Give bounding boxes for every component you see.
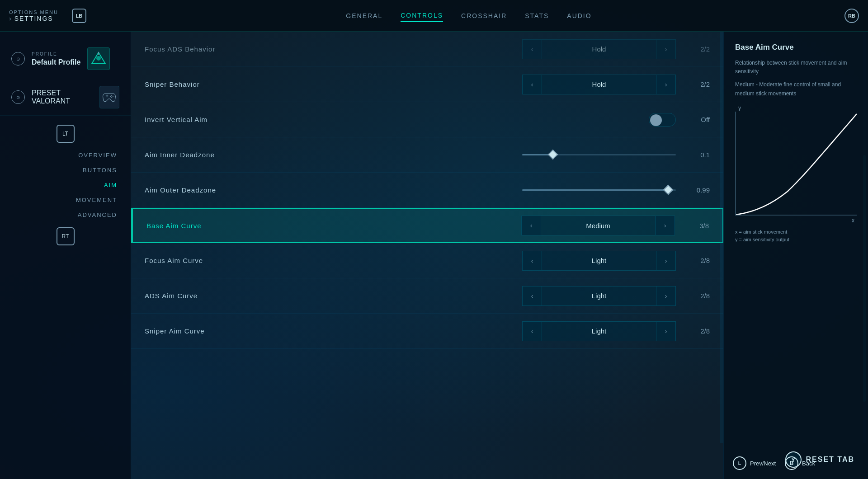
back-label: Back	[802, 460, 815, 467]
tab-stats[interactable]: STATS	[525, 10, 549, 22]
toggle-invert-vertical[interactable]	[649, 113, 676, 127]
valorant-agent-icon	[91, 51, 107, 67]
count-base-aim-curve: 3/8	[682, 222, 709, 230]
curve-svg	[736, 112, 857, 215]
profile-avatar	[87, 47, 110, 70]
sidebar-item-overview[interactable]: OVERVIEW	[78, 150, 117, 161]
arrow-left-base-aim-curve[interactable]: ‹	[521, 216, 541, 235]
arrow-left-sniper-behavior[interactable]: ‹	[522, 75, 542, 94]
chart-label-x: x	[852, 217, 854, 224]
svg-point-7	[110, 96, 111, 97]
settings-list: Focus ADS Behavior ‹ Hold › 2/2 Sniper B…	[131, 32, 723, 349]
bottom-controls-right: L Prev/Next B Back	[733, 456, 815, 470]
tab-general[interactable]: GENERAL	[346, 10, 382, 22]
sidebar: ⊙ PROFILE Default Profile ⊙ PRESET VALOR…	[0, 32, 131, 479]
arrow-right-base-aim-curve[interactable]: ›	[655, 216, 675, 235]
value-focus-ads: Hold	[542, 39, 656, 59]
arrow-left-focus-ads[interactable]: ‹	[522, 39, 542, 59]
arrow-left-focus-aim-curve[interactable]: ‹	[522, 251, 542, 271]
value-ads-aim-curve: Light	[542, 286, 656, 306]
control-group-ads-aim-curve: ‹ Light ›	[522, 286, 676, 306]
value-focus-aim-curve: Light	[542, 251, 656, 271]
profile-name: Default Profile	[32, 58, 80, 66]
setting-label-ads-aim-curve: ADS Aim Curve	[145, 292, 522, 300]
svg-rect-4	[107, 94, 107, 97]
arrow-right-focus-ads[interactable]: ›	[656, 39, 676, 59]
aim-curve-chart: y x	[735, 112, 857, 216]
lb-button[interactable]: LB	[72, 9, 86, 23]
count-ads-aim-curve: 2/8	[683, 292, 710, 300]
prev-next-label: Prev/Next	[750, 460, 776, 467]
back-button[interactable]: B Back	[785, 456, 815, 470]
preset-name: VALORANT	[32, 97, 70, 105]
settings-text: SETTINGS	[9, 15, 58, 22]
preset-section: ⊙ PRESET VALORANT	[0, 79, 131, 116]
arrow-left-ads-aim-curve[interactable]: ‹	[522, 286, 542, 306]
sidebar-item-buttons[interactable]: BUTTONS	[83, 164, 117, 176]
setting-row-focus-aim-curve: Focus Aim Curve ‹ Light › 2/8	[131, 243, 723, 278]
value-sniper-behavior: Hold	[542, 75, 656, 94]
info-description-1: Relationship between stick movement and …	[735, 59, 857, 76]
toggle-knob-invert-vertical	[650, 114, 662, 126]
slider-aim-inner[interactable]	[522, 150, 676, 160]
count-sniper-behavior: 2/2	[683, 80, 710, 88]
axis-label-y: y = aim sensitivity output	[735, 237, 857, 242]
b-button-icon: B	[785, 456, 798, 470]
setting-label-focus-ads: Focus ADS Behavior	[145, 45, 522, 53]
chart-axis-labels: x = aim stick movement y = aim sensitivi…	[735, 229, 857, 242]
right-panel: Base Aim Curve Relationship between stic…	[723, 32, 868, 479]
prev-next-button[interactable]: L Prev/Next	[733, 456, 776, 470]
control-group-base-aim-curve: ‹ Medium ›	[521, 216, 675, 235]
info-description-2: Medium - Moderate fine control of small …	[735, 80, 857, 98]
lt-button[interactable]: LT	[57, 125, 75, 143]
top-navigation: OPTIONS MENU SETTINGS LB GENERAL CONTROL…	[0, 0, 868, 32]
rb-button[interactable]: RB	[844, 9, 859, 23]
arrow-right-ads-aim-curve[interactable]: ›	[656, 286, 676, 306]
slider-thumb-aim-inner[interactable]	[548, 150, 558, 160]
rt-button[interactable]: RT	[57, 227, 75, 245]
setting-row-aim-outer-deadzone: Aim Outer Deadzone 0.99	[131, 173, 723, 208]
control-group-sniper-behavior: ‹ Hold ›	[522, 75, 676, 94]
setting-row-focus-ads-behavior: Focus ADS Behavior ‹ Hold › 2/2	[131, 32, 723, 67]
count-focus-aim-curve: 2/8	[683, 257, 710, 264]
sidebar-item-movement[interactable]: MOVEMENT	[76, 194, 117, 206]
count-sniper-aim-curve: 2/8	[683, 327, 710, 335]
chart-label-y: y	[738, 105, 741, 111]
sidebar-nav: OVERVIEW BUTTONS AIM MOVEMENT ADVANCED	[0, 150, 131, 221]
arrow-right-sniper-aim-curve[interactable]: ›	[656, 321, 676, 341]
profile-logo-icon: ⊙	[11, 52, 25, 66]
control-group-focus-ads: ‹ Hold ›	[522, 39, 676, 59]
tab-controls[interactable]: CONTROLS	[401, 9, 443, 22]
preset-controller-icon	[99, 86, 119, 108]
tab-audio[interactable]: AUDIO	[567, 10, 591, 22]
setting-label-focus-aim-curve: Focus Aim Curve	[145, 257, 522, 264]
sidebar-item-advanced[interactable]: ADVANCED	[78, 209, 117, 221]
slider-aim-outer[interactable]	[522, 186, 676, 195]
svg-point-1	[96, 56, 101, 61]
setting-label-aim-inner: Aim Inner Deadzone	[145, 151, 522, 159]
divider-line	[720, 32, 723, 443]
arrow-right-sniper-behavior[interactable]: ›	[656, 75, 676, 94]
sidebar-item-aim[interactable]: AIM	[104, 179, 117, 191]
info-title: Base Aim Curve	[735, 43, 857, 52]
nav-tabs: GENERAL CONTROLS CROSSHAIR STATS AUDIO	[93, 9, 844, 22]
tab-crosshair[interactable]: CROSSHAIR	[461, 10, 507, 22]
arrow-right-focus-aim-curve[interactable]: ›	[656, 251, 676, 271]
value-sniper-aim-curve: Light	[542, 321, 656, 341]
setting-label-aim-outer: Aim Outer Deadzone	[145, 186, 522, 194]
value-aim-inner: 0.1	[683, 151, 710, 159]
count-focus-ads: 2/2	[683, 45, 710, 53]
value-aim-outer: 0.99	[683, 186, 710, 194]
setting-row-invert-vertical-aim: Invert Vertical Aim Off	[131, 102, 723, 137]
slider-thumb-aim-outer[interactable]	[663, 185, 674, 195]
control-group-focus-aim-curve: ‹ Light ›	[522, 251, 676, 271]
setting-label-base-aim-curve: Base Aim Curve	[146, 222, 521, 230]
setting-label-sniper-behavior: Sniper Behavior	[145, 80, 522, 88]
setting-row-sniper-aim-curve: Sniper Aim Curve ‹ Light › 2/8	[131, 314, 723, 349]
profile-section: ⊙ PROFILE Default Profile	[0, 41, 131, 77]
slider-fill-aim-outer	[522, 189, 668, 191]
options-menu-text: OPTIONS MENU	[9, 9, 58, 15]
slider-track-aim-outer	[522, 189, 676, 191]
svg-point-8	[111, 97, 112, 98]
arrow-left-sniper-aim-curve[interactable]: ‹	[522, 321, 542, 341]
